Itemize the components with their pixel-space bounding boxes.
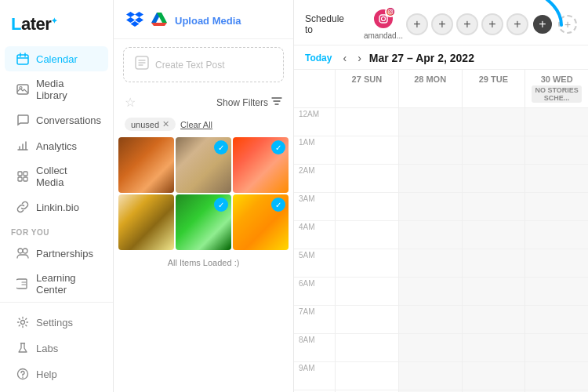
slot-tue-1am[interactable] (463, 136, 525, 165)
slot-tue-3am[interactable] (463, 193, 525, 221)
clear-all-button[interactable]: Clear All (180, 120, 212, 129)
time-slot-8am: 8AM (294, 334, 335, 362)
slot-wed-7am[interactable] (525, 306, 588, 334)
day-29: 29 TUE (479, 74, 508, 84)
slot-mon-3am[interactable] (399, 193, 462, 221)
media-item-2[interactable]: ✓ (176, 137, 231, 193)
sidebar-bottom: Settings Labs Help Refer Suggestions ··· (0, 302, 113, 392)
show-filters-label: Show Filters (216, 97, 268, 108)
media-item-3[interactable]: ✓ (233, 137, 289, 193)
sidebar-item-collect-media[interactable]: Collect Media (5, 159, 108, 194)
slot-wed-4am[interactable] (525, 221, 588, 249)
svg-rect-4 (24, 172, 27, 176)
sidebar-item-labs[interactable]: Labs (5, 336, 108, 361)
slot-mon-4am[interactable] (399, 221, 462, 249)
media-item-4[interactable] (118, 194, 174, 250)
media-item-5[interactable]: ✓ (176, 194, 231, 250)
slot-tue-4am[interactable] (463, 221, 525, 249)
sidebar-item-analytics[interactable]: Analytics (5, 133, 108, 158)
slot-mon-9am[interactable] (399, 362, 462, 390)
today-button[interactable]: Today (305, 53, 332, 64)
sidebar-item-calendar[interactable]: Calendar (5, 46, 108, 71)
slot-sun-6am[interactable] (336, 278, 398, 306)
sidebar-item-settings[interactable]: Settings (5, 310, 108, 335)
upload-button[interactable]: Upload Media (175, 15, 241, 27)
day-body-sun[interactable] (335, 108, 398, 392)
next-week-button[interactable]: › (354, 50, 365, 66)
slot-sun-4am[interactable] (336, 221, 398, 249)
add-platform-button[interactable]: + (532, 13, 554, 35)
instagram-icon[interactable] (372, 8, 394, 30)
slot-sun-12am[interactable] (336, 108, 398, 136)
slot-mon-1am[interactable] (399, 136, 462, 165)
question-icon (16, 367, 30, 381)
slot-tue-2am[interactable] (463, 165, 525, 193)
media-item-6[interactable]: ✓ (233, 194, 289, 250)
media-check-icon-3: ✓ (271, 140, 285, 154)
prev-week-button[interactable]: ‹ (339, 50, 350, 66)
slot-sun-8am[interactable] (336, 334, 398, 362)
sidebar-item-linkin[interactable]: Linkin.bio (5, 194, 108, 220)
sidebar-item-help[interactable]: Help (5, 361, 108, 387)
linkedin-add-btn[interactable]: + (506, 13, 528, 35)
tiktok-add-btn[interactable]: + (481, 13, 503, 35)
show-filters-button[interactable]: Show Filters (216, 96, 282, 109)
tag-remove-button[interactable]: ✕ (162, 119, 169, 129)
day-27: 27 SUN (352, 74, 383, 84)
slot-tue-7am[interactable] (463, 306, 525, 334)
svg-rect-6 (24, 177, 27, 181)
slot-wed-12am[interactable] (525, 108, 588, 136)
slot-sun-9am[interactable] (336, 362, 398, 390)
slot-wed-6am[interactable] (525, 278, 588, 306)
create-text-post-box[interactable]: Create Text Post (123, 47, 284, 82)
pinterest-add-btn[interactable]: + (406, 13, 428, 35)
sidebar-item-media-library[interactable]: Media Library (5, 72, 108, 107)
slot-tue-6am[interactable] (463, 278, 525, 306)
slot-wed-1am[interactable] (525, 136, 588, 165)
sidebar-item-partnerships[interactable]: Partnerships (5, 241, 108, 266)
facebook-add-btn[interactable]: + (431, 13, 453, 35)
slot-wed-5am[interactable] (525, 249, 588, 278)
slot-tue-8am[interactable] (463, 334, 525, 362)
slot-wed-2am[interactable] (525, 165, 588, 193)
slot-sun-2am[interactable] (336, 165, 398, 193)
slot-mon-5am[interactable] (399, 249, 462, 278)
slot-sun-5am[interactable] (336, 249, 398, 278)
slot-sun-1am[interactable] (336, 136, 398, 165)
add-new-button[interactable]: + (558, 15, 577, 34)
day-body-mon[interactable] (398, 108, 462, 392)
sidebar: Later✦ Calendar Media Library Conversati… (0, 0, 114, 392)
media-grid: ✓ ✓ ✓ ✓ (114, 137, 293, 250)
slot-mon-6am[interactable] (399, 278, 462, 306)
slot-wed-3am[interactable] (525, 193, 588, 221)
media-item-1[interactable] (118, 137, 174, 193)
day-28: 28 MON (414, 74, 446, 84)
day-col-wed: 30 WED NO STORIES SCHE... (524, 70, 588, 107)
day-body-tue[interactable] (462, 108, 525, 392)
time-slot-7am: 7AM (294, 306, 335, 334)
slot-mon-12am[interactable] (399, 108, 462, 136)
add-platform-btn-wrap: + (532, 13, 554, 35)
sidebar-item-conversations[interactable]: Conversations (5, 107, 108, 132)
slot-tue-5am[interactable] (463, 249, 525, 278)
slot-tue-12am[interactable] (463, 108, 525, 136)
twitter-add-btn[interactable]: + (456, 13, 478, 35)
star-button[interactable]: ☆ (125, 95, 136, 110)
svg-rect-0 (17, 55, 28, 64)
sidebar-item-learning[interactable]: Learning Center (5, 267, 108, 301)
slot-mon-8am[interactable] (399, 334, 462, 362)
slot-mon-2am[interactable] (399, 165, 462, 193)
day-body-wed[interactable] (524, 108, 588, 392)
media-check-icon-2: ✓ (214, 140, 228, 154)
platform-icons: amandad... + + + + + + (364, 8, 577, 40)
slot-wed-8am[interactable] (525, 334, 588, 362)
chat-icon (16, 113, 30, 127)
slot-sun-3am[interactable] (336, 193, 398, 221)
slot-tue-9am[interactable] (463, 362, 525, 390)
date-range-label: Mar 27 – Apr 2, 2022 (369, 52, 474, 64)
app-logo: Later✦ (11, 14, 102, 34)
all-loaded-message: All Items Loaded :) (114, 250, 293, 275)
slot-sun-7am[interactable] (336, 306, 398, 334)
slot-mon-7am[interactable] (399, 306, 462, 334)
slot-wed-9am[interactable] (525, 362, 588, 390)
